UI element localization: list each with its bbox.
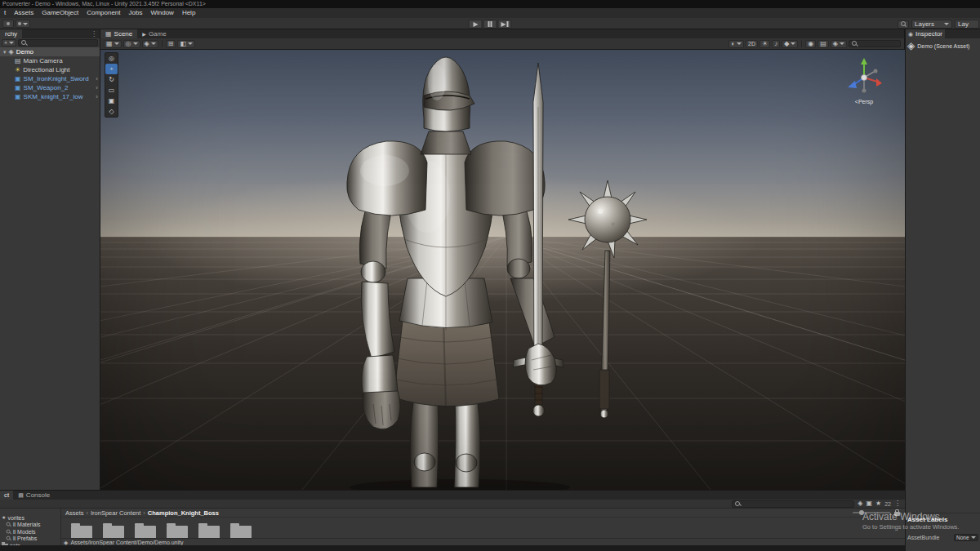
gizmos-dropdown[interactable]: ◈	[831, 40, 847, 48]
pause-icon	[491, 21, 492, 27]
sidebar-item-all-models[interactable]: ll Models	[0, 528, 60, 535]
scene-tab-label: Scene	[114, 29, 133, 38]
breadcrumb-assets[interactable]: Assets	[65, 509, 84, 517]
rect-tool-button[interactable]: ▣	[105, 96, 118, 106]
search-button[interactable]	[898, 20, 909, 29]
menu-item-window[interactable]: Window	[146, 8, 177, 18]
step-icon	[501, 22, 506, 27]
slider-knob[interactable]	[859, 510, 864, 515]
assetbundle-dropdown[interactable]: None	[954, 534, 978, 541]
title-bar: Pconverter - Demo - Windows, Mac, Linux …	[0, 0, 980, 8]
tool-settings-dropdown[interactable]: ▦	[104, 40, 122, 48]
item-label: SM_Weapon_2	[24, 84, 69, 91]
hierarchy-search-input[interactable]	[18, 39, 98, 47]
project-menu-icon[interactable]: ⋮	[894, 500, 901, 507]
shaded-icon: ◐	[731, 41, 735, 47]
main-toolbar: Layers Lay	[0, 18, 980, 29]
view-tool-button[interactable]: ◎	[105, 53, 118, 64]
light-icon: ☀	[15, 67, 20, 73]
move-tool-button[interactable]: +	[105, 64, 118, 74]
hierarchy-add-button[interactable]: +	[2, 39, 16, 47]
gizmo-persp-label[interactable]: <Persp	[841, 99, 887, 104]
scale-tool-button[interactable]: ▭	[105, 85, 118, 96]
inspector-tab-icon: ◉	[908, 31, 913, 37]
play-button[interactable]	[469, 20, 483, 29]
hierarchy-item-main-camera[interactable]: ▤ Main Camera	[0, 56, 100, 65]
game-tab-icon: ▶	[142, 32, 146, 37]
save-search-star-icon[interactable]: ★	[875, 500, 881, 507]
breadcrumb-champion-knight-boss[interactable]: Champion_Knight_Boss	[148, 509, 219, 517]
pause-button[interactable]	[483, 20, 497, 29]
scene-search-input[interactable]	[849, 40, 901, 47]
search-by-label-icon[interactable]: ▣	[866, 500, 872, 507]
tab-hierarchy[interactable]: rchy	[0, 29, 22, 38]
scene-toolbar: ▦ ◎ ◈ ⊞ ◧ ◐ 2D ☀ ♪ ◆ ◉ ▤ ◈	[100, 38, 904, 50]
transform-tool-button[interactable]: ◇	[105, 106, 118, 117]
global-dropdown[interactable]: ◈	[142, 40, 158, 48]
item-label: Main Camera	[24, 57, 63, 64]
hierarchy-item-ironknight-sword[interactable]: ▣ SM_IronKnight_Sword ›	[0, 74, 100, 83]
icon-size-slider[interactable]	[853, 512, 890, 513]
expand-caret-icon[interactable]: ▾	[3, 49, 7, 56]
camera-settings-button[interactable]: ▤	[817, 40, 829, 48]
prefab-open-icon[interactable]: ›	[96, 93, 98, 100]
lighting-toggle-button[interactable]: ☀	[760, 40, 770, 48]
audio-icon: ♪	[774, 41, 777, 47]
breadcrumb-ironspear-content[interactable]: IronSpear Content	[91, 509, 140, 517]
effects-dropdown[interactable]: ◆	[782, 40, 798, 48]
lock-icon[interactable]	[894, 512, 900, 516]
sidebar-item-favorites[interactable]: ★ vorites	[0, 514, 60, 522]
snap-magnet-dropdown[interactable]: ◧	[177, 40, 195, 48]
rotate-tool-icon: ↻	[109, 76, 114, 83]
orientation-gizmo[interactable]	[841, 55, 887, 100]
layout-label: Lay	[958, 20, 969, 28]
gizmo-label-text: Persp	[858, 99, 873, 104]
tab-game[interactable]: ▶ Game	[137, 29, 171, 38]
tab-scene[interactable]: ▦ Scene	[100, 29, 137, 38]
grid-snap-button[interactable]: ⊞	[166, 40, 176, 48]
hierarchy-item-weapon-2[interactable]: ▣ SM_Weapon_2 ›	[0, 83, 100, 92]
menu-item-edit[interactable]: t	[0, 8, 10, 18]
account-button[interactable]	[16, 20, 30, 28]
camera-icon: ▤	[15, 58, 21, 64]
prefab-open-icon[interactable]: ›	[96, 75, 98, 82]
sidebar-item-all-prefabs[interactable]: ll Prefabs	[0, 535, 60, 543]
scene-viewport[interactable]: ◎ + ↻ ▭ ▣ ◇ <Pers	[100, 50, 905, 490]
prefab-open-icon[interactable]: ›	[96, 84, 98, 91]
rotate-tool-button[interactable]: ↻	[105, 74, 118, 85]
menu-item-jobs[interactable]: Jobs	[125, 8, 147, 18]
hierarchy-item-scene[interactable]: ▾ ◈ Demo	[0, 47, 100, 56]
layout-dropdown[interactable]: Lay	[955, 20, 979, 29]
hierarchy-menu-icon[interactable]: ⋮	[88, 29, 100, 38]
menu-item-help[interactable]: Help	[178, 8, 199, 18]
asset-labels-section: Asset Labels	[906, 513, 980, 526]
layers-dropdown[interactable]: Layers	[911, 20, 952, 29]
breadcrumb: Assets › IronSpear Content › Champion_Kn…	[61, 509, 905, 518]
sidebar-item-all-materials[interactable]: ll Materials	[0, 522, 60, 529]
audio-toggle-button[interactable]: ♪	[772, 40, 780, 48]
pivot-dropdown[interactable]: ◎	[123, 40, 140, 48]
selected-asset-path: Assets/IronSpear Content/Demo/Demo.unity	[70, 540, 183, 545]
project-panel: ct ▤ Console ◈ ▣ ★ 22 ⋮ ★ vorites	[0, 490, 905, 545]
menu-item-assets[interactable]: Assets	[10, 8, 38, 18]
tab-project[interactable]: ct	[0, 491, 13, 500]
step-button[interactable]	[498, 20, 512, 29]
search-icon	[7, 536, 11, 541]
project-search-input[interactable]	[732, 500, 854, 508]
project-sidebar: ★ vorites ll Materials ll Models ll Pref…	[0, 509, 61, 546]
search-by-type-icon[interactable]: ◈	[858, 500, 862, 507]
visibility-toggle-button[interactable]: ◉	[805, 40, 816, 48]
hierarchy-item-knight-17-low[interactable]: ▣ SKM_knight_17_low ›	[0, 92, 100, 101]
hierarchy-panel: rchy ⋮ + ▾ ◈ Demo ▤ Main Camera	[0, 29, 100, 490]
draw-mode-dropdown[interactable]: ◐	[728, 40, 744, 48]
2d-toggle-button[interactable]: 2D	[746, 40, 758, 48]
tab-console[interactable]: ▤ Console	[13, 491, 55, 500]
tab-inspector[interactable]: ◉ Inspector	[906, 29, 945, 38]
menu-item-component[interactable]: Component	[82, 8, 124, 18]
menu-item-gameobject[interactable]: GameObject	[38, 8, 82, 18]
hierarchy-item-directional-light[interactable]: ☀ Directional Light	[0, 65, 100, 74]
hierarchy-tab-label: rchy	[5, 29, 17, 38]
services-button[interactable]	[2, 20, 14, 28]
search-icon	[852, 41, 858, 47]
project-toolbar: ◈ ▣ ★ 22 ⋮	[0, 500, 905, 509]
